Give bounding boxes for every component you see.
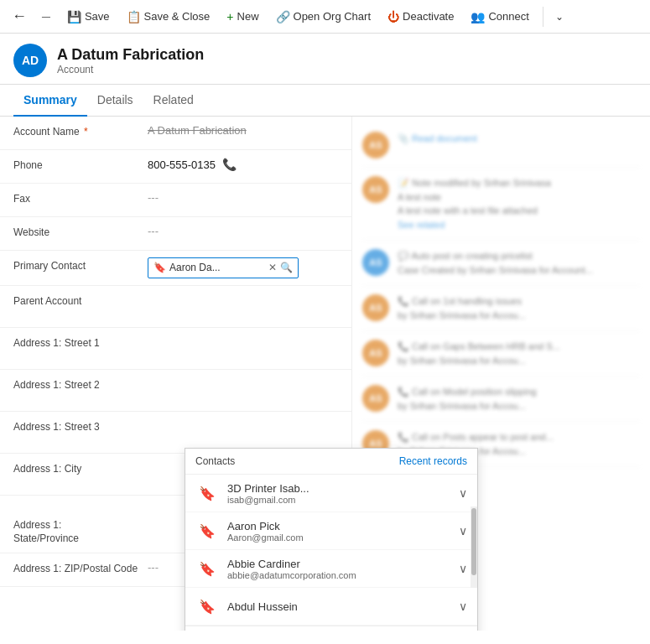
- record-subtitle: Account: [57, 64, 204, 75]
- activity-text-1: 📝 Note modified by Srihan Srinivasa A te…: [398, 176, 551, 231]
- tab-summary[interactable]: Summary: [13, 85, 87, 117]
- label-website: Website: [13, 224, 148, 240]
- save-button[interactable]: 💾 Save: [60, 7, 117, 27]
- lookup-field[interactable]: 🔖 Aaron Da... ✕ 🔍: [148, 257, 299, 278]
- label-address-state: Address 1: State/Province: [13, 502, 148, 546]
- activity-text-4: 📞 Call on Gaps Between HRB and S... by S…: [398, 340, 560, 367]
- field-website: Website ---: [0, 217, 351, 251]
- activity-item-2: AS 💬 Auto post on creating pricelist Cas…: [362, 241, 640, 286]
- toolbar: ← ─ 💾 Save 📋 Save & Close + New 🔗 Open O…: [0, 0, 650, 34]
- connect-button[interactable]: 👥 Connect: [464, 7, 535, 27]
- label-phone: Phone: [13, 157, 148, 173]
- lookup-record-icon: 🔖: [153, 261, 166, 275]
- phone-icon[interactable]: 📞: [222, 157, 237, 174]
- contact-text-3: Abdul Hussein: [227, 600, 450, 613]
- field-phone: Phone 800-555-0135 📞: [0, 150, 351, 184]
- value-fax[interactable]: ---: [148, 190, 338, 205]
- activity-text-0: 📎 Read document: [398, 132, 477, 146]
- value-website[interactable]: ---: [148, 224, 338, 239]
- lookup-clear-button[interactable]: ✕: [268, 261, 277, 275]
- field-fax: Fax ---: [0, 184, 351, 217]
- activity-text-5: 📞 Call on Model position slipping by Sri…: [398, 385, 537, 413]
- tab-related[interactable]: Related: [143, 85, 204, 117]
- scrollbar-thumb: [471, 508, 476, 575]
- contact-text-0: 3D Printer Isab... isab@gmail.com: [227, 482, 450, 505]
- field-parent-account: Parent Account: [0, 286, 351, 328]
- activity-item-5: AS 📞 Call on Model position slipping by …: [362, 377, 640, 422]
- dropdown-footer: + + New Contact Advanced lookup: [185, 626, 477, 631]
- dropdown-scrollbar[interactable]: [471, 506, 477, 588]
- field-primary-contact: Primary Contact 🔖 Aaron Da... ✕ 🔍: [0, 251, 351, 286]
- label-address-street3: Address 1: Street 3: [13, 418, 148, 434]
- label-fax: Fax: [13, 190, 148, 206]
- contact-icon-1: 🔖: [195, 519, 219, 543]
- connect-icon: 👥: [471, 10, 485, 23]
- activity-item-1: AS 📝 Note modified by Srihan Srinivasa A…: [362, 168, 640, 241]
- required-indicator: *: [84, 126, 88, 138]
- dropdown-header: Contacts Recent records: [185, 449, 477, 475]
- value-primary-contact: 🔖 Aaron Da... ✕ 🔍: [148, 257, 338, 278]
- label-account-name: Account Name *: [13, 123, 148, 139]
- label-address-city: Address 1: City: [13, 460, 148, 476]
- label-address-zip: Address 1: ZIP/Postal Code: [13, 560, 148, 576]
- save-close-button[interactable]: 📋 Save & Close: [120, 7, 217, 27]
- record-header: AD A Datum Fabrication Account: [0, 34, 650, 85]
- contact-item-2[interactable]: 🔖 Abbie Cardiner abbie@adatumcorporation…: [185, 550, 477, 588]
- field-address-street2: Address 1: Street 2: [0, 370, 351, 412]
- expand-icon-3[interactable]: ∨: [459, 600, 467, 613]
- label-primary-contact: Primary Contact: [13, 257, 148, 273]
- activity-avatar-4: AS: [362, 340, 389, 366]
- expand-icon-1[interactable]: ∨: [459, 524, 467, 538]
- deactivate-icon: ⏻: [387, 10, 399, 23]
- value-account-name[interactable]: A Datum Fabrication: [148, 123, 338, 138]
- org-icon: 🔗: [276, 10, 290, 23]
- contact-icon-2: 🔖: [195, 557, 219, 580]
- expand-icon-2[interactable]: ∨: [459, 562, 467, 575]
- contacts-dropdown: Contacts Recent records 🔖 3D Printer Isa…: [185, 448, 478, 631]
- activity-item-0: AS 📎 Read document: [362, 123, 640, 168]
- activity-text-2: 💬 Auto post on creating pricelist Case C…: [398, 249, 593, 277]
- contact-item-1[interactable]: 🔖 Aaron Pick Aaron@gmail.com ∨: [185, 512, 477, 550]
- contacts-label: Contacts: [195, 455, 235, 467]
- activity-text-3: 📞 Call on 1st handling issues by Srihan …: [398, 294, 526, 322]
- expand-icon-0[interactable]: ∨: [459, 486, 467, 500]
- activity-avatar-1: AS: [362, 176, 389, 203]
- activity-item-3: AS 📞 Call on 1st handling issues by Srih…: [362, 286, 640, 331]
- activity-avatar-3: AS: [362, 294, 389, 321]
- layout-icon: ─: [42, 10, 50, 23]
- contact-item-0[interactable]: 🔖 3D Printer Isab... isab@gmail.com ∨: [185, 475, 477, 512]
- back-button[interactable]: ←: [7, 4, 32, 29]
- record-title: A Datum Fabrication: [57, 46, 204, 64]
- contact-icon-3: 🔖: [195, 595, 219, 618]
- contact-text-1: Aaron Pick Aaron@gmail.com: [227, 520, 450, 543]
- more-button[interactable]: ⌄: [550, 8, 569, 26]
- value-phone: 800-555-0135 📞: [148, 157, 338, 174]
- lookup-search-button[interactable]: 🔍: [280, 261, 293, 275]
- avatar: AD: [13, 44, 47, 77]
- contacts-list: 🔖 3D Printer Isab... isab@gmail.com ∨ 🔖 …: [185, 475, 477, 626]
- field-account-name: Account Name * A Datum Fabrication: [0, 117, 351, 150]
- label-address-street1: Address 1: Street 1: [13, 335, 148, 351]
- open-org-button[interactable]: 🔗 Open Org Chart: [269, 7, 378, 27]
- tabs: Summary Details Related: [0, 85, 650, 117]
- save-close-icon: 📋: [127, 10, 141, 23]
- contact-icon-0: 🔖: [195, 481, 219, 505]
- new-button[interactable]: + New: [220, 7, 265, 27]
- tab-details[interactable]: Details: [87, 85, 143, 117]
- label-parent-account: Parent Account: [13, 293, 148, 309]
- contact-item-3[interactable]: 🔖 Abdul Hussein ∨: [185, 588, 477, 626]
- save-icon: 💾: [67, 10, 81, 23]
- activity-avatar-5: AS: [362, 385, 389, 412]
- toolbar-divider: [543, 7, 543, 27]
- layout-button[interactable]: ─: [35, 7, 57, 27]
- activity-item-4: AS 📞 Call on Gaps Between HRB and S... b…: [362, 331, 640, 377]
- label-address-street2: Address 1: Street 2: [13, 377, 148, 392]
- activity-avatar-2: AS: [362, 249, 389, 276]
- field-address-street1: Address 1: Street 1: [0, 328, 351, 370]
- new-icon: +: [226, 10, 233, 23]
- main-content: Account Name * A Datum Fabrication Phone…: [0, 117, 650, 631]
- lookup-value: Aaron Da...: [169, 261, 265, 275]
- activity-avatar-0: AS: [362, 132, 389, 158]
- deactivate-button[interactable]: ⏻ Deactivate: [381, 7, 460, 27]
- recent-records-link[interactable]: Recent records: [399, 455, 467, 467]
